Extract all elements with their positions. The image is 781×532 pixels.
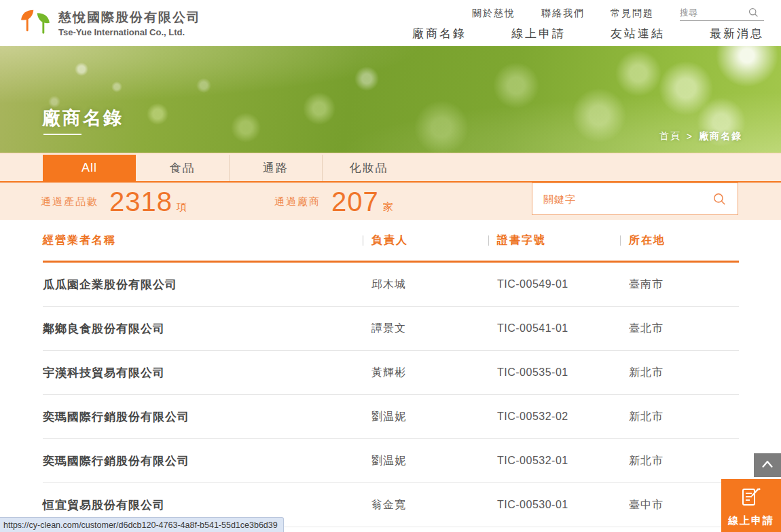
tab-all[interactable]: All: [43, 155, 136, 181]
header-search: [680, 7, 764, 21]
cell-city: 新北市: [620, 366, 739, 380]
company-name-en: Tse-Yue International Co., Ltd.: [58, 27, 201, 37]
breadcrumb: 首頁 > 廠商名錄: [659, 130, 742, 142]
cell-city: 新北市: [620, 454, 739, 468]
stat-vendors-label: 通過廠商: [274, 195, 321, 208]
table-row[interactable]: 奕瑪國際行銷股份有限公司 劉温妮 TIC-00532-01 新北市: [43, 439, 739, 483]
cell-person: 劉温妮: [363, 454, 488, 468]
nav-top-row: 關於慈悅 聯絡我們 常見問題: [472, 7, 764, 21]
cell-cert: TIC-00532-02: [488, 411, 620, 423]
col-header-city: 所在地: [620, 233, 739, 248]
cell-person: 譚景文: [363, 322, 488, 336]
cell-cert: TIC-00549-01: [488, 278, 620, 290]
nav-item-vendor-directory[interactable]: 廠商名錄: [412, 26, 467, 41]
tab-cosmetics[interactable]: 化妝品: [322, 155, 415, 181]
stats-row: 通過產品數 2318 項 通過廠商 207 家: [41, 183, 394, 221]
nav-item-about[interactable]: 關於慈悅: [472, 7, 515, 20]
table-row[interactable]: 鄰鄉良食股份有限公司 譚景文 TIC-00541-01 臺北市: [43, 307, 739, 351]
keyword-search-box: [532, 183, 738, 215]
stat-products-unit: 項: [177, 201, 187, 214]
stat-vendors: 通過廠商 207 家: [274, 187, 394, 217]
cell-cert: TIC-00535-01: [488, 366, 620, 379]
title-underline: [43, 134, 81, 135]
cell-company: 奕瑪國際行銷股份有限公司: [43, 453, 363, 469]
stat-products-label: 通過產品數: [41, 195, 98, 208]
logo-text: 慈悅國際股份有限公司 Tse-Yue International Co., Lt…: [58, 9, 201, 37]
company-name-zh: 慈悅國際股份有限公司: [58, 9, 201, 26]
cell-city: 臺北市: [620, 322, 739, 336]
logo-leaves-icon: [19, 8, 52, 38]
stat-products-value: 2318: [109, 187, 172, 217]
filter-section: All 食品 通路 化妝品 通過產品數 2318 項 通過廠商 207 家: [0, 153, 781, 220]
chevron-up-icon: [759, 457, 776, 474]
cell-company: 鄰鄉良食股份有限公司: [43, 321, 363, 337]
cell-company: 宇漢科技貿易有限公司: [43, 365, 363, 381]
status-bar-link-preview: https://cy-clean.com/customer/d6dcb120-4…: [0, 517, 284, 532]
page: 慈悅國際股份有限公司 Tse-Yue International Co., Lt…: [0, 0, 781, 532]
cell-company: 恒宜貿易股份有限公司: [43, 497, 363, 513]
table-row[interactable]: 瓜瓜園企業股份有限公司 邱木城 TIC-00549-01 臺南市: [43, 263, 739, 307]
nav-main-row: 廠商名錄 線上申請 友站連結 最新消息: [412, 26, 764, 41]
vendor-table: 經營業者名稱 負責人 證書字號 所在地 瓜瓜園企業股份有限公司 邱木城 TIC-…: [43, 220, 739, 527]
nav-item-news[interactable]: 最新消息: [710, 26, 764, 41]
table-row[interactable]: 奕瑪國際行銷股份有限公司 劉温妮 TIC-00532-02 新北市: [43, 395, 739, 439]
table-header-row: 經營業者名稱 負責人 證書字號 所在地: [43, 220, 739, 263]
stat-vendors-unit: 家: [383, 201, 394, 214]
cell-city: 臺南市: [620, 278, 739, 292]
breadcrumb-current: 廠商名錄: [699, 130, 742, 142]
col-header-cert: 證書字號: [488, 233, 620, 248]
breadcrumb-home[interactable]: 首頁: [659, 130, 681, 142]
cell-person: 劉温妮: [363, 410, 488, 424]
nav-item-online-apply[interactable]: 線上申請: [511, 26, 566, 41]
header-search-input[interactable]: [680, 7, 748, 18]
table-row[interactable]: 宇漢科技貿易有限公司 黃輝彬 TIC-00535-01 新北市: [43, 351, 739, 395]
site-logo[interactable]: 慈悅國際股份有限公司 Tse-Yue International Co., Lt…: [0, 8, 201, 38]
stat-vendors-value: 207: [331, 187, 379, 217]
header-nav: 關於慈悅 聯絡我們 常見問題 廠商名錄 線上申請 友站連結 最: [412, 5, 781, 41]
breadcrumb-separator: >: [687, 131, 693, 142]
nav-item-faq[interactable]: 常見問題: [611, 7, 654, 20]
cell-person: 邱木城: [363, 278, 488, 292]
keyword-search-icon[interactable]: [712, 192, 727, 206]
apply-form-icon: [739, 484, 763, 512]
category-tabs: All 食品 通路 化妝品: [43, 155, 415, 181]
cell-person: 黃輝彬: [363, 366, 488, 380]
cell-city: 新北市: [620, 410, 739, 424]
cell-cert: TIC-00530-01: [488, 499, 620, 511]
cell-company: 奕瑪國際行銷股份有限公司: [43, 409, 363, 425]
stat-products: 通過產品數 2318 項: [41, 187, 187, 217]
online-apply-button[interactable]: 線上申請: [721, 479, 781, 532]
nav-item-friend-links[interactable]: 友站連結: [611, 26, 665, 41]
cell-person: 翁金寬: [363, 498, 488, 512]
apply-button-label: 線上申請: [728, 514, 774, 527]
cell-company: 瓜瓜園企業股份有限公司: [43, 277, 363, 292]
search-icon[interactable]: [748, 7, 759, 18]
cell-cert: TIC-00532-01: [488, 455, 620, 467]
site-header: 慈悅國際股份有限公司 Tse-Yue International Co., Lt…: [0, 0, 781, 46]
cell-cert: TIC-00541-01: [488, 322, 620, 335]
hero-banner: 廠商名錄 首頁 > 廠商名錄: [0, 46, 781, 153]
status-bar-url: https://cy-clean.com/customer/d6dcb120-4…: [3, 520, 278, 530]
keyword-input[interactable]: [543, 193, 712, 205]
scroll-to-top-button[interactable]: [754, 453, 781, 477]
tab-channel[interactable]: 通路: [229, 155, 322, 181]
col-header-person: 負責人: [363, 233, 488, 248]
page-title: 廠商名錄: [42, 106, 124, 130]
nav-item-contact[interactable]: 聯絡我們: [541, 7, 585, 20]
col-header-company: 經營業者名稱: [43, 233, 363, 248]
tab-food[interactable]: 食品: [136, 155, 229, 181]
